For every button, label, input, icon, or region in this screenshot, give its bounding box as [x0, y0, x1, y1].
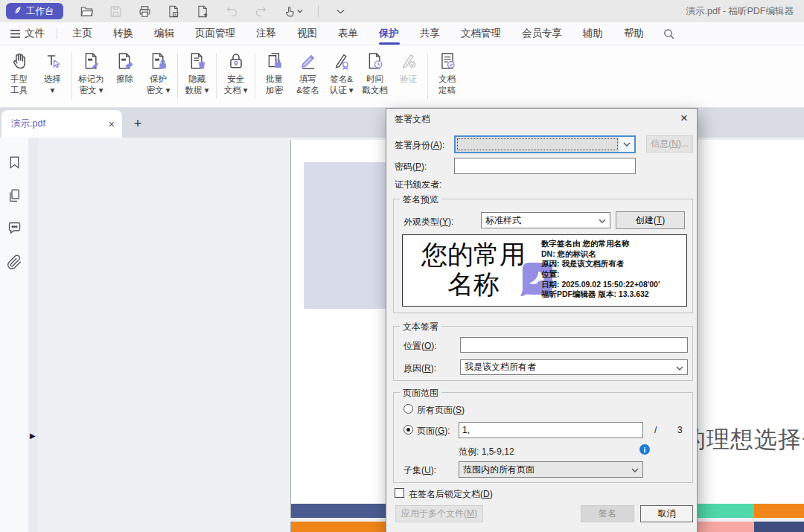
- menu-help[interactable]: 帮助: [613, 22, 654, 45]
- location-field[interactable]: [460, 337, 688, 353]
- appearance-type-label: 外观类型(Y):: [403, 216, 453, 228]
- ribbon-mark-redact[interactable]: 标记为 密文 ▾: [74, 45, 108, 96]
- chevron-down-icon[interactable]: [619, 137, 634, 152]
- ribbon-fill-sign[interactable]: 填写 &签名: [291, 45, 325, 96]
- reason-combobox[interactable]: 我是该文档所有者: [460, 359, 688, 375]
- dialog-close-icon[interactable]: ×: [675, 110, 693, 126]
- text-sign-legend: 文本签署: [400, 321, 441, 333]
- comments-panel-icon[interactable]: [7, 220, 22, 236]
- menu-file-label: 文件: [25, 27, 45, 40]
- tab-close-icon[interactable]: ×: [109, 119, 115, 129]
- pages-label[interactable]: 页面(G):: [417, 425, 450, 438]
- ribbon-hide-data-label: 隐藏 数据 ▾: [182, 74, 211, 96]
- sign-as-label: 签署身份(A):: [395, 139, 444, 152]
- document-check-icon: [433, 51, 462, 72]
- navigation-icon-strip: [0, 138, 28, 532]
- document-lock-icon: [144, 51, 173, 72]
- subset-value: 范围内的所有页面: [463, 464, 535, 476]
- menu-membership[interactable]: 会员专享: [511, 22, 572, 45]
- password-field[interactable]: [454, 158, 636, 174]
- menu-form[interactable]: 表单: [328, 22, 368, 45]
- menu-view[interactable]: 视图: [287, 22, 328, 45]
- ribbon-select-tool[interactable]: 选择 ▾: [36, 45, 69, 96]
- location-label: 位置(O):: [403, 340, 437, 353]
- page1-stripe-orange: [754, 504, 804, 518]
- apply-multiple-files-button: 应用于多个文件(M): [395, 505, 483, 522]
- ribbon-erase[interactable]: 擦除: [108, 45, 141, 85]
- menu-home[interactable]: 主页: [62, 22, 103, 45]
- range-example: 范例: 1,5-9,12: [459, 446, 514, 458]
- appearance-type-combobox[interactable]: 标准样式: [481, 212, 610, 228]
- signature-name-display: 您的常用 名称: [403, 240, 544, 300]
- page-separator: /: [654, 425, 657, 435]
- title-bar: 工作台 演示.pdf - 福昕PDF编辑器: [0, 0, 804, 22]
- tab-demo-pdf[interactable]: 演示.pdf ×: [1, 110, 122, 138]
- dialog-title: 签署文档: [395, 113, 430, 126]
- ribbon-finalize-doc-label: 文档 定稿: [433, 74, 462, 96]
- info-icon[interactable]: i: [639, 444, 650, 455]
- toolbar-collapse-icon[interactable]: [334, 4, 348, 19]
- new-tab-button[interactable]: +: [128, 114, 147, 133]
- workspace-button[interactable]: 工作台: [6, 3, 63, 19]
- add-page-icon[interactable]: [196, 4, 210, 19]
- panel-divider[interactable]: [28, 138, 39, 532]
- tab-title: 演示.pdf: [11, 118, 45, 130]
- attachments-panel-icon[interactable]: [7, 254, 22, 270]
- ribbon-hide-data[interactable]: 隐藏 数据 ▾: [180, 45, 214, 96]
- touch-mode-icon[interactable]: [283, 4, 303, 19]
- sign-as-combobox[interactable]: [454, 135, 636, 153]
- panel-expand-arrow[interactable]: ▶: [30, 432, 36, 440]
- ribbon-sign-certify[interactable]: 签名& 认证 ▾: [325, 45, 358, 96]
- bookmarks-panel-icon[interactable]: [7, 155, 22, 170]
- print-icon[interactable]: [138, 4, 152, 19]
- ribbon-timestamp-doc[interactable]: 时间 戳文档: [358, 45, 392, 96]
- padlock-icon: [221, 51, 250, 72]
- menu-file[interactable]: 文件: [0, 27, 52, 40]
- lock-after-sign-checkbox[interactable]: [395, 488, 404, 498]
- pages-radio[interactable]: [403, 425, 413, 435]
- pen-badge-icon: [327, 51, 356, 72]
- chevron-down-icon: [676, 362, 683, 373]
- quill-icon: [13, 5, 22, 17]
- page-extract-icon[interactable]: [167, 4, 181, 19]
- signature-preview-box: 您的常用 名称 数字签名由 您的常用名称 DN: 您的标识名 原因: 我是该文档…: [402, 234, 687, 307]
- sign-document-dialog: 签署文档 × 签署身份(A): 信息(N)... 密码(P): 证书颁发者: 签…: [386, 108, 698, 532]
- menu-document-management[interactable]: 文档管理: [450, 22, 511, 45]
- ribbon-batch-encrypt-label: 批量 加密: [260, 74, 289, 96]
- document-pencil-icon: [77, 51, 106, 72]
- undo-icon: [225, 4, 239, 19]
- workspace-button-label: 工作台: [26, 5, 54, 18]
- create-appearance-button[interactable]: 创建(T): [616, 211, 685, 229]
- toolbar-separator: [318, 5, 319, 17]
- menu-divider: [57, 28, 57, 39]
- hamburger-icon: [10, 30, 20, 38]
- subset-combobox[interactable]: 范围内的所有页面: [459, 461, 643, 478]
- all-pages-label[interactable]: 所有页面(S): [417, 404, 465, 417]
- ribbon-finalize-doc[interactable]: 文档 定稿: [430, 45, 464, 96]
- pages-field[interactable]: [459, 422, 643, 438]
- menu-accessibility[interactable]: 辅助: [572, 22, 613, 45]
- lock-after-sign-label[interactable]: 在签名后锁定文档(D): [409, 488, 493, 501]
- ribbon-batch-encrypt[interactable]: 批量 加密: [258, 45, 291, 96]
- cancel-button[interactable]: 取消: [640, 505, 693, 522]
- document-trash-icon: [182, 51, 211, 72]
- ribbon: 手型 工具 选择 ▾ 标记为 密文 ▾ 擦除 保护 密文 ▾ 隐藏 数据 ▾ 安…: [0, 45, 804, 108]
- menu-comment[interactable]: 注释: [246, 22, 287, 45]
- ribbon-secure-doc[interactable]: 安全 文档 ▾: [219, 45, 252, 96]
- ribbon-erase-label: 擦除: [110, 74, 139, 85]
- search-icon[interactable]: [657, 28, 680, 40]
- menu-convert[interactable]: 转换: [103, 22, 144, 45]
- page-total: 3: [677, 425, 683, 435]
- all-pages-radio[interactable]: [403, 404, 413, 414]
- pages-panel-icon[interactable]: [7, 188, 22, 203]
- open-file-icon[interactable]: [80, 4, 94, 19]
- page-range-legend: 页面范围: [400, 387, 441, 400]
- ribbon-protect-redact[interactable]: 保护 密文 ▾: [141, 45, 175, 96]
- ribbon-separator: [255, 53, 255, 99]
- menu-page-management[interactable]: 页面管理: [185, 22, 246, 45]
- ribbon-hand-tool[interactable]: 手型 工具: [2, 45, 36, 96]
- menu-edit[interactable]: 编辑: [144, 22, 185, 45]
- menu-protect[interactable]: 保护: [368, 22, 409, 45]
- menu-share[interactable]: 共享: [409, 22, 450, 45]
- page-heading-text: 的理想选择~: [683, 424, 804, 455]
